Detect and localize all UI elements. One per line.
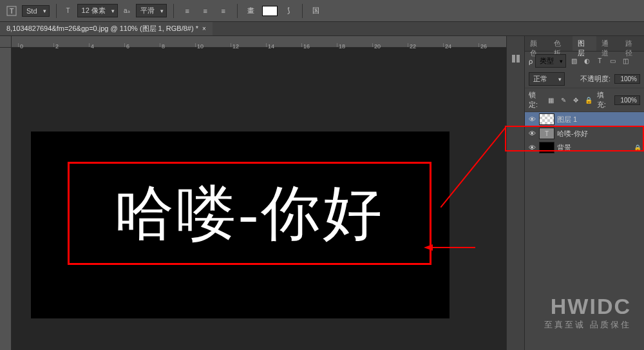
visibility-eye-icon[interactable]: 👁 (527, 143, 536, 152)
panel-tab-4[interactable]: 路径 (620, 36, 644, 51)
opacity-label: 不透明度: (580, 74, 611, 84)
layer-name: 背景 (557, 143, 571, 153)
canvas[interactable]: 哈喽-你好 (12, 48, 506, 350)
filter-smart-icon[interactable]: ◫ (620, 56, 630, 66)
panel-tab-0[interactable]: 颜色 (525, 36, 549, 51)
filter-image-icon[interactable]: ▧ (569, 56, 579, 66)
layer-thumbnail: T (539, 128, 554, 139)
document-tab[interactable]: 8,1034827694&fm=26&gp=0.jpg @ 110% (图层 1… (0, 22, 213, 35)
annotation-arrow-icon (440, 98, 506, 208)
lock-fill-row: 锁定: ▦ ✎ ✥ 🔒 填充: (525, 88, 644, 112)
ruler-tick: 8 (160, 43, 165, 47)
layers-list: 👁图层 1👁T哈喽-你好👁背景🔒 (525, 112, 644, 350)
ruler-tick: 16 (301, 43, 310, 47)
ruler-tick: 12 (231, 43, 239, 47)
ruler-tick: 0 (18, 43, 23, 47)
svg-rect-7 (516, 55, 520, 63)
ruler-tick: 14 (266, 43, 274, 47)
align-center-icon[interactable]: ≡ (198, 4, 213, 18)
font-size-icon: T (63, 6, 73, 16)
panel-tab-1[interactable]: 色板 (549, 36, 573, 51)
align-right-icon[interactable]: ≡ (216, 4, 231, 18)
layer-row[interactable]: 👁T哈喽-你好 (525, 126, 644, 141)
visibility-eye-icon[interactable]: 👁 (527, 129, 536, 138)
filter-shape-icon[interactable]: ▭ (607, 56, 618, 66)
opacity-input[interactable] (614, 74, 640, 84)
visibility-eye-icon[interactable]: 👁 (527, 115, 536, 124)
warp-text-icon[interactable]: ⟆ (281, 4, 296, 18)
layer-row[interactable]: 👁图层 1 (525, 112, 644, 126)
separator (56, 4, 57, 18)
panel-tab-2[interactable]: 图层 (573, 36, 596, 51)
fill-input[interactable] (614, 95, 640, 105)
lock-all-icon[interactable]: 🔒 (584, 95, 593, 105)
separator (302, 4, 303, 18)
fill-label: 填充: (597, 90, 611, 110)
canvas-area: 02468101214161820222426 哈喽-你好 (0, 36, 506, 350)
lock-move-icon[interactable]: ✥ (571, 95, 580, 105)
selection-box: 哈喽-你好 (68, 162, 431, 265)
lock-label: 锁定: (529, 90, 542, 110)
main-area: 02468101214161820222426 哈喽-你好 颜色色板图层通道路径… (0, 36, 644, 350)
ruler-corner (0, 36, 12, 48)
filter-adjust-icon[interactable]: ◐ (582, 56, 592, 66)
anti-alias-dropdown[interactable]: 平滑 (136, 4, 167, 17)
canvas-text: 哈喽-你好 (115, 173, 384, 253)
ruler-tick: 18 (337, 43, 345, 47)
blend-opacity-row: 正常 不透明度: (525, 70, 644, 88)
layers-panel: 颜色色板图层通道路径 ρ 类型 ▧ ◐ T ▭ ◫ 正常 不透明度: 锁定: ▦… (524, 36, 644, 350)
document-title: 8,1034827694&fm=26&gp=0.jpg @ 110% (图层 1… (6, 24, 198, 34)
svg-line-2 (440, 104, 506, 208)
separator (173, 4, 174, 18)
layer-thumbnail (539, 142, 554, 153)
align-left-icon[interactable]: ≡ (180, 4, 194, 18)
ruler-tick: 26 (478, 43, 487, 47)
panel-toggle-icon[interactable]: 国 (309, 4, 323, 18)
options-bar: T Std T 12 像素 aₐ 平滑 ≡ ≡ ≡ 畫 ⟆ 国 (0, 0, 644, 22)
svg-text:T: T (10, 7, 14, 15)
aa-icon: aₐ (122, 6, 132, 16)
ruler-tick: 6 (124, 43, 129, 47)
close-tab-icon[interactable]: × (202, 25, 206, 32)
ruler-tick: 2 (53, 43, 59, 47)
layer-name: 图层 1 (557, 115, 577, 124)
blend-mode-dropdown[interactable]: 正常 (529, 72, 565, 86)
filter-type-icon[interactable]: T (594, 56, 605, 66)
vertical-ruler (0, 48, 12, 350)
panel-tab-strip: 颜色色板图层通道路径 (525, 36, 644, 52)
horizontal-ruler: 02468101214161820222426 (12, 36, 506, 48)
text-color-swatch[interactable] (262, 6, 278, 16)
panel-dock-icon[interactable] (509, 52, 523, 66)
ruler-tick: 4 (89, 43, 94, 47)
ruler-tick: 10 (195, 43, 204, 47)
font-size-dropdown[interactable]: 12 像素 (77, 4, 118, 17)
ruler-tick: 22 (408, 43, 416, 47)
svg-rect-6 (512, 55, 515, 63)
text-orientation-icon[interactable]: 畫 (244, 4, 258, 18)
layer-name: 哈喽-你好 (557, 129, 588, 139)
lock-icon: 🔒 (634, 144, 641, 151)
ruler-tick: 24 (443, 43, 451, 47)
document-tab-bar: 8,1034827694&fm=26&gp=0.jpg @ 110% (图层 1… (0, 22, 644, 36)
panel-tab-3[interactable]: 通道 (596, 36, 620, 51)
lock-pixels-icon[interactable]: ▦ (546, 95, 555, 105)
filter-type-dropdown[interactable]: 类型 (535, 54, 566, 68)
ruler-tick: 20 (372, 43, 381, 47)
lock-brush-icon[interactable]: ✎ (559, 95, 568, 105)
layer-thumbnail (539, 113, 554, 125)
layer-filter-row: ρ 类型 ▧ ◐ T ▭ ◫ (525, 52, 644, 70)
separator (237, 4, 238, 18)
type-tool-icon: T (5, 5, 18, 17)
layer-row[interactable]: 👁背景🔒 (525, 141, 644, 155)
collapsed-panel-dock (506, 36, 524, 350)
artboard: 哈喽-你好 (31, 131, 450, 318)
font-style-dropdown[interactable]: Std (22, 5, 50, 17)
